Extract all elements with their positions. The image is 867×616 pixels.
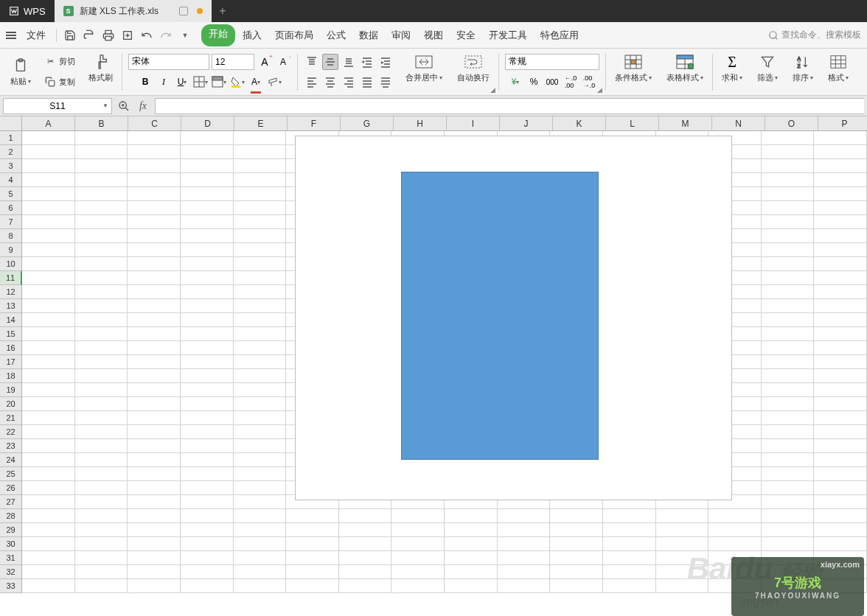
cell-P23[interactable]: [814, 439, 867, 453]
qat-more-icon[interactable]: ▼: [178, 28, 192, 43]
row-header-26[interactable]: 26: [0, 481, 22, 495]
cell-L31[interactable]: [603, 551, 656, 565]
menu-插入[interactable]: 插入: [237, 24, 268, 46]
cell-C12[interactable]: [128, 285, 181, 299]
cell-C11[interactable]: [128, 271, 181, 285]
cell-E6[interactable]: [234, 201, 287, 215]
cell-P6[interactable]: [814, 201, 867, 215]
cell-O5[interactable]: [762, 187, 815, 201]
cell-B33[interactable]: [75, 579, 128, 593]
cell-O1[interactable]: [762, 131, 815, 145]
row-header-18[interactable]: 18: [0, 369, 22, 383]
increase-indent-icon[interactable]: [377, 54, 394, 70]
cell-K31[interactable]: [550, 551, 603, 565]
row-header-30[interactable]: 30: [0, 537, 22, 551]
tab-preview-icon[interactable]: [179, 7, 188, 15]
decrease-indent-icon[interactable]: [359, 54, 375, 70]
cell-I29[interactable]: [445, 523, 498, 537]
cell-A10[interactable]: [22, 257, 75, 271]
col-header-K[interactable]: K: [553, 116, 606, 131]
cell-A18[interactable]: [22, 369, 75, 383]
cell-G31[interactable]: [339, 551, 392, 565]
paste-button[interactable]: 粘贴▾: [7, 55, 34, 88]
cell-A33[interactable]: [22, 579, 75, 593]
row-header-22[interactable]: 22: [0, 425, 22, 439]
cell-D1[interactable]: [181, 131, 234, 145]
row-header-29[interactable]: 29: [0, 523, 22, 537]
conditional-format-button[interactable]: 条件格式▾: [612, 52, 655, 85]
cell-C2[interactable]: [128, 145, 181, 159]
fill-color-icon[interactable]: ▾: [229, 74, 246, 90]
cell-E17[interactable]: [234, 355, 287, 369]
cell-E31[interactable]: [234, 551, 287, 565]
cell-B15[interactable]: [75, 327, 128, 341]
align-bottom-icon[interactable]: [341, 54, 357, 70]
number-launcher-icon[interactable]: ◢: [597, 86, 602, 94]
increase-decimal-icon[interactable]: ←.0.00: [563, 74, 579, 90]
cell-C21[interactable]: [128, 411, 181, 425]
cell-B10[interactable]: [75, 257, 128, 271]
cell-B24[interactable]: [75, 453, 128, 467]
merge-center-button[interactable]: 合并居中▾: [403, 52, 445, 85]
cell-O25[interactable]: [762, 467, 815, 481]
row-header-12[interactable]: 12: [0, 285, 22, 299]
cell-B18[interactable]: [75, 369, 128, 383]
cell-B8[interactable]: [75, 229, 128, 243]
cell-P2[interactable]: [814, 145, 867, 159]
col-header-E[interactable]: E: [234, 116, 288, 131]
cell-A31[interactable]: [22, 551, 75, 565]
spreadsheet-grid[interactable]: ABCDEFGHIJKLMNOP 12345678910111213141516…: [0, 116, 867, 616]
cell-E21[interactable]: [234, 411, 287, 425]
cell-B21[interactable]: [75, 411, 128, 425]
name-box[interactable]: S11 ▼: [3, 98, 112, 114]
file-menu[interactable]: 文件: [21, 24, 52, 46]
cell-E9[interactable]: [234, 243, 287, 257]
cell-D25[interactable]: [181, 467, 234, 481]
row-header-11[interactable]: 11: [0, 271, 22, 285]
cell-J32[interactable]: [498, 565, 551, 579]
row-header-23[interactable]: 23: [0, 439, 22, 453]
cell-O21[interactable]: [762, 411, 815, 425]
col-header-I[interactable]: I: [447, 116, 500, 131]
align-left-icon[interactable]: [304, 74, 320, 90]
cell-H28[interactable]: [391, 509, 445, 523]
col-header-L[interactable]: L: [606, 116, 659, 131]
cell-P19[interactable]: [814, 383, 867, 397]
cell-M33[interactable]: [656, 579, 709, 593]
number-format-select[interactable]: [505, 54, 599, 70]
cell-K30[interactable]: [550, 537, 603, 551]
row-header-10[interactable]: 10: [0, 257, 22, 271]
cell-A1[interactable]: [22, 131, 75, 145]
cell-C13[interactable]: [128, 299, 181, 313]
document-tab[interactable]: S 新建 XLS 工作表.xls: [55, 0, 212, 22]
cell-A3[interactable]: [22, 159, 75, 173]
col-header-D[interactable]: D: [181, 116, 234, 131]
increase-font-icon[interactable]: A+: [257, 54, 273, 70]
cell-D5[interactable]: [181, 187, 234, 201]
cell-L28[interactable]: [603, 509, 656, 523]
cell-O24[interactable]: [762, 453, 815, 467]
cell-H31[interactable]: [391, 551, 445, 565]
cell-E5[interactable]: [234, 187, 287, 201]
cell-A14[interactable]: [22, 313, 75, 327]
col-header-F[interactable]: F: [288, 116, 341, 131]
cell-A2[interactable]: [22, 145, 75, 159]
cell-O18[interactable]: [762, 369, 815, 383]
hamburger-icon[interactable]: [6, 32, 16, 39]
cell-D3[interactable]: [181, 159, 234, 173]
cell-C23[interactable]: [128, 439, 181, 453]
font-name-select[interactable]: [128, 54, 209, 70]
cell-P16[interactable]: [814, 341, 867, 355]
font-color-icon[interactable]: A▾: [248, 74, 264, 90]
cell-J30[interactable]: [498, 537, 551, 551]
cell-L32[interactable]: [603, 565, 656, 579]
cell-D18[interactable]: [181, 369, 234, 383]
cell-A13[interactable]: [22, 299, 75, 313]
cell-E33[interactable]: [234, 579, 287, 593]
cell-C25[interactable]: [128, 467, 181, 481]
cell-D16[interactable]: [181, 341, 234, 355]
copy-button[interactable]: 复制: [43, 74, 77, 89]
cell-B7[interactable]: [75, 215, 128, 229]
cell-D23[interactable]: [181, 439, 234, 453]
command-search[interactable]: 查找命令、搜索模板: [768, 29, 861, 41]
